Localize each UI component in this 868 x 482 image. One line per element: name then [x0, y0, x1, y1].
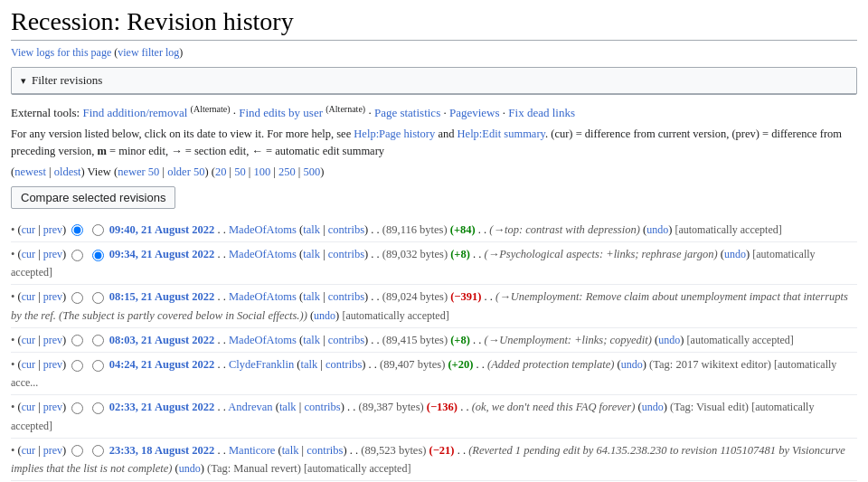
- diff-val-4: (+20): [448, 358, 473, 371]
- talk-link-1[interactable]: talk: [303, 248, 320, 260]
- oldid-radio-2[interactable]: [71, 292, 83, 304]
- undo-link-1[interactable]: undo: [724, 248, 746, 260]
- contribs-link-4[interactable]: contribs: [326, 358, 362, 371]
- user-link-5[interactable]: Andrevan: [228, 401, 272, 413]
- diff-radio-3[interactable]: [92, 335, 104, 346]
- filter-section: ▾ Filter revisions: [11, 67, 857, 95]
- cur-link-1[interactable]: cur: [22, 248, 35, 260]
- fix-dead-links-link[interactable]: Fix dead links: [508, 106, 575, 119]
- undo-link-6[interactable]: undo: [179, 462, 201, 475]
- revision-item: • (cur | prev) 08:15, 21 August 2022 . .…: [11, 285, 857, 327]
- count-250-link[interactable]: 250: [278, 165, 296, 178]
- diff-radio-6[interactable]: [92, 445, 104, 457]
- separator-dot3: . .: [460, 401, 472, 413]
- cur-link-5[interactable]: cur: [22, 401, 35, 413]
- undo-link-5[interactable]: undo: [642, 401, 664, 413]
- page-title: Recession: Revision history: [11, 7, 857, 41]
- oldid-radio-0[interactable]: [71, 224, 83, 236]
- user-link-3[interactable]: MadeOfAtoms: [229, 334, 297, 346]
- contribs-link-6[interactable]: contribs: [307, 444, 343, 457]
- cur-link-4[interactable]: cur: [22, 358, 35, 371]
- oldid-radio-1[interactable]: [71, 250, 83, 261]
- undo-link-0[interactable]: undo: [646, 223, 668, 236]
- contribs-link-2[interactable]: contribs: [328, 290, 364, 303]
- external-tools: External tools: Find addition/removal (A…: [11, 104, 857, 120]
- diff-radio-5[interactable]: [92, 402, 104, 414]
- diff-val-2: (−391): [450, 290, 481, 303]
- oldid-radio-5[interactable]: [71, 402, 83, 414]
- prev-link-0[interactable]: prev: [43, 223, 62, 236]
- prev-link-5[interactable]: prev: [43, 401, 62, 413]
- revision-item: • (cur | prev) 09:34, 21 August 2022 . .…: [11, 242, 857, 285]
- talk-link-3[interactable]: talk: [303, 334, 320, 346]
- bullet: •: [11, 334, 14, 346]
- prev-link-3[interactable]: prev: [43, 334, 62, 346]
- contribs-link-5[interactable]: contribs: [304, 401, 340, 413]
- timestamp-0[interactable]: 09:40, 21 August 2022: [109, 223, 215, 236]
- talk-link-4[interactable]: talk: [300, 358, 317, 371]
- diff-radio-0[interactable]: [92, 224, 104, 236]
- pageviews-link[interactable]: Pageviews: [449, 106, 500, 119]
- bullet: •: [11, 223, 14, 236]
- user-link-6[interactable]: Manticore: [229, 444, 275, 457]
- help-edit-summary-link[interactable]: Help:Edit summary: [458, 128, 545, 140]
- view-filter-log-link[interactable]: view filter log: [118, 46, 179, 59]
- contribs-link-1[interactable]: contribs: [328, 248, 364, 260]
- view-logs-link[interactable]: View logs for this page: [11, 46, 111, 59]
- oldest-link[interactable]: oldest: [54, 165, 81, 178]
- talk-link-2[interactable]: talk: [303, 290, 320, 303]
- timestamp-5[interactable]: 02:33, 21 August 2022: [109, 401, 215, 413]
- talk-link-6[interactable]: talk: [282, 444, 299, 457]
- user-link-2[interactable]: MadeOfAtoms: [229, 290, 297, 303]
- oldid-radio-6[interactable]: [71, 445, 83, 457]
- separator-dot2: . .: [350, 444, 362, 457]
- timestamp-3[interactable]: 08:03, 21 August 2022: [109, 334, 215, 346]
- prev-link-1[interactable]: prev: [43, 248, 62, 260]
- undo-link-3[interactable]: undo: [658, 334, 680, 346]
- oldid-radio-3[interactable]: [71, 335, 83, 346]
- cur-link-6[interactable]: cur: [22, 444, 35, 457]
- diff-radio-2[interactable]: [92, 292, 104, 304]
- contribs-link-3[interactable]: contribs: [328, 334, 364, 346]
- count-100-link[interactable]: 100: [253, 165, 270, 178]
- find-edits-by-user-link[interactable]: Find edits by user: [239, 106, 323, 119]
- timestamp-4[interactable]: 04:24, 21 August 2022: [109, 358, 215, 371]
- count-20-link[interactable]: 20: [215, 165, 227, 178]
- newest-link[interactable]: newest: [14, 165, 46, 178]
- page-statistics-link[interactable]: Page statistics: [374, 106, 440, 119]
- diff-radio-1[interactable]: [92, 250, 104, 261]
- undo-link-2[interactable]: undo: [314, 309, 335, 322]
- contribs-link-0[interactable]: contribs: [328, 223, 364, 236]
- timestamp-2[interactable]: 08:15, 21 August 2022: [109, 290, 215, 303]
- timestamp-6[interactable]: 23:33, 18 August 2022: [109, 444, 215, 457]
- filter-header[interactable]: ▾ Filter revisions: [12, 68, 856, 94]
- help-page-history-link[interactable]: Help:Page history: [354, 128, 435, 140]
- compare-selected-revisions-button[interactable]: Compare selected revisions: [11, 186, 175, 209]
- cur-link-2[interactable]: cur: [22, 290, 35, 303]
- talk-link-0[interactable]: talk: [303, 223, 320, 236]
- timestamp-1[interactable]: 09:34, 21 August 2022: [109, 248, 215, 260]
- auto-tag-3: [automatically accepted]: [687, 334, 794, 346]
- undo-link-4[interactable]: undo: [621, 358, 643, 371]
- find-addition-removal-link[interactable]: Find addition/removal: [82, 106, 187, 119]
- user-link-1[interactable]: MadeOfAtoms: [229, 248, 297, 260]
- summary-1: (→Psychological aspects: +links; rephras…: [485, 248, 718, 260]
- user-link-0[interactable]: MadeOfAtoms: [229, 223, 297, 236]
- separator-dot: . .: [217, 248, 229, 260]
- oldid-radio-4[interactable]: [71, 360, 83, 372]
- bullet: •: [11, 290, 14, 303]
- diff-radio-4[interactable]: [92, 360, 104, 372]
- separator-dot: . .: [217, 444, 229, 457]
- user-link-4[interactable]: ClydeFranklin: [229, 358, 294, 371]
- count-50-link[interactable]: 50: [234, 165, 246, 178]
- revision-item: • (cur | prev) 09:40, 21 August 2022 . .…: [11, 218, 857, 242]
- talk-link-5[interactable]: talk: [279, 401, 297, 413]
- older50-link[interactable]: older 50: [167, 165, 204, 178]
- cur-link-3[interactable]: cur: [22, 334, 35, 346]
- prev-link-4[interactable]: prev: [43, 358, 62, 371]
- cur-link-0[interactable]: cur: [22, 223, 35, 236]
- count-500-link[interactable]: 500: [303, 165, 320, 178]
- prev-link-2[interactable]: prev: [43, 290, 62, 303]
- prev-link-6[interactable]: prev: [43, 444, 62, 457]
- newer50-link[interactable]: newer 50: [118, 165, 159, 178]
